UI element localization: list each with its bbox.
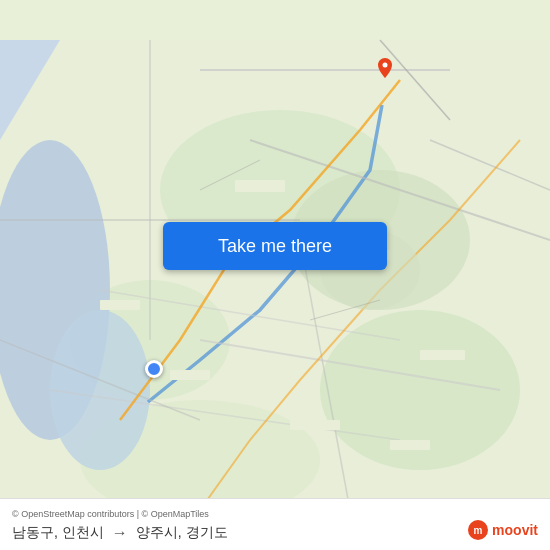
bottom-bar: © OpenStreetMap contributors | © OpenMap…: [0, 498, 550, 550]
map-attribution: © OpenStreetMap contributors | © OpenMap…: [12, 509, 538, 519]
svg-rect-22: [100, 300, 140, 310]
moovit-logo: m moovit: [468, 520, 538, 540]
route-arrow: →: [112, 524, 128, 542]
map-background: [0, 0, 550, 550]
svg-point-32: [383, 63, 388, 68]
svg-rect-24: [170, 370, 210, 380]
origin-label: 남동구, 인천시: [12, 524, 104, 542]
origin-marker: [145, 360, 163, 378]
svg-text:m: m: [474, 525, 483, 536]
svg-rect-23: [420, 350, 465, 360]
destination-label: 양주시, 경기도: [136, 524, 228, 542]
svg-rect-25: [290, 420, 340, 430]
map-container: Take me there © OpenStreetMap contributo…: [0, 0, 550, 550]
destination-marker: [378, 58, 392, 78]
svg-rect-28: [470, 240, 510, 250]
moovit-text: moovit: [492, 522, 538, 538]
svg-rect-27: [460, 120, 505, 130]
route-info: 남동구, 인천시 → 양주시, 경기도 m moovit: [12, 524, 538, 542]
svg-rect-20: [235, 180, 285, 192]
moovit-icon: m: [468, 520, 488, 540]
svg-rect-26: [390, 440, 430, 450]
svg-point-8: [50, 310, 150, 470]
take-me-there-button[interactable]: Take me there: [163, 222, 387, 270]
